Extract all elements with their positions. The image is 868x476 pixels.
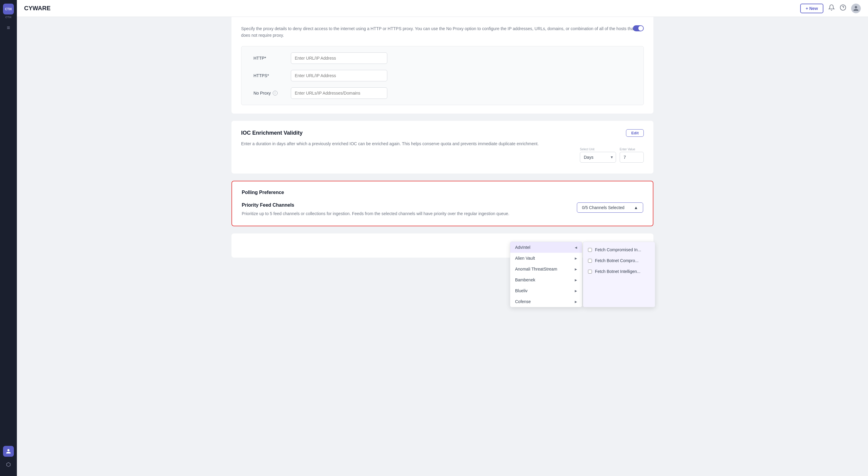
dropdown-item-advintel[interactable]: AdvIntel ◀ — [510, 242, 582, 253]
header-actions: + New — [800, 4, 861, 13]
new-button[interactable]: + New — [800, 4, 824, 13]
dropdown-item-bambenek[interactable]: Bambenek ▶ — [510, 275, 582, 285]
sidebar: CTIX CTIX ≡ — [0, 0, 17, 476]
channels-selected-label: 0/5 Channels Selected — [582, 205, 624, 210]
ioc-section: IOC Enrichment Validity Edit Enter a dur… — [231, 121, 653, 173]
ioc-description: Enter a duration in days after which a p… — [241, 140, 644, 147]
toggle-switch[interactable] — [633, 25, 644, 31]
checkbox-fetch-botnet-intelli[interactable] — [588, 269, 592, 274]
proxy-section: Specify the proxy details to deny direct… — [231, 17, 653, 114]
hamburger-icon[interactable]: ≡ — [7, 25, 10, 31]
advintel-label: AdvIntel — [515, 245, 530, 250]
dropdown-item-cofense[interactable]: Cofense ▶ — [510, 296, 582, 307]
ioc-section-header: IOC Enrichment Validity Edit — [241, 129, 644, 137]
content-area: Specify the proxy details to deny direct… — [17, 17, 868, 476]
no-proxy-input[interactable] — [291, 87, 387, 99]
dropdown-item-alien-vault[interactable]: Alien Vault ▶ — [510, 253, 582, 264]
select-unit-wrapper: Select Unit Days Hours Minutes ▼ — [580, 152, 616, 163]
enter-value-input[interactable] — [620, 152, 644, 163]
priority-text: Priority Feed Channels Prioritize up to … — [242, 202, 569, 217]
app-label: CTIX — [5, 16, 12, 19]
cofense-label: Cofense — [515, 299, 531, 304]
right-arrow-icon-2: ▶ — [575, 267, 577, 271]
sidebar-item-users[interactable] — [3, 446, 14, 457]
left-arrow-icon: ◀ — [575, 246, 577, 249]
https-label: HTTPS* — [253, 73, 284, 78]
chevron-up-icon: ▲ — [634, 205, 638, 210]
enter-value-wrapper: Enter Value — [620, 152, 644, 163]
dropdown-right-item-2[interactable]: Fetch Botnet Compro... — [583, 255, 655, 266]
http-input[interactable] — [291, 53, 387, 64]
edit-button[interactable]: Edit — [626, 129, 644, 137]
no-proxy-label: No Proxy — [253, 91, 271, 95]
priority-section: Priority Feed Channels Prioritize up to … — [242, 202, 643, 217]
channels-selected-button[interactable]: 0/5 Channels Selected ▲ — [577, 202, 643, 213]
sidebar-item-threat[interactable] — [3, 459, 14, 470]
help-icon[interactable] — [840, 4, 846, 12]
dropdown-left-menu: AdvIntel ◀ Alien Vault ▶ Anomali ThreatS… — [510, 242, 582, 307]
right-arrow-icon-4: ▶ — [575, 289, 577, 292]
threat-icon — [6, 462, 11, 467]
right-arrow-icon-3: ▶ — [575, 278, 577, 282]
ioc-section-title: IOC Enrichment Validity — [241, 130, 303, 136]
dropdown-right-item-3[interactable]: Fetch Botnet Intelligen... — [583, 266, 655, 277]
checkbox-fetch-botnet-compro[interactable] — [588, 259, 592, 263]
main-area: CYWARE + New — [17, 0, 868, 476]
dropdown-container: AdvIntel ◀ Alien Vault ▶ Anomali ThreatS… — [510, 242, 655, 307]
enter-value-label: Enter Value — [620, 148, 635, 151]
avatar[interactable] — [851, 4, 861, 13]
select-unit-dropdown[interactable]: Days Hours Minutes — [580, 152, 616, 163]
sidebar-logo: CTIX — [3, 4, 14, 14]
dropdown-right-item-1[interactable]: Fetch Compromised In... — [583, 244, 655, 255]
fetch-botnet-intelli-label: Fetch Botnet Intelligen... — [595, 269, 641, 274]
bell-icon[interactable] — [828, 4, 835, 12]
http-label: HTTP* — [253, 56, 284, 61]
select-unit-label: Select Unit — [580, 148, 594, 151]
fetch-botnet-compro-label: Fetch Botnet Compro... — [595, 258, 639, 263]
checkbox-fetch-compromised[interactable] — [588, 248, 592, 252]
blueliv-label: Blueliv — [515, 288, 527, 293]
anomali-label: Anomali ThreatStream — [515, 266, 557, 272]
no-proxy-info-icon[interactable]: i — [273, 91, 278, 95]
right-arrow-icon: ▶ — [575, 257, 577, 260]
dropdown-item-anomali[interactable]: Anomali ThreatStream ▶ — [510, 264, 582, 275]
right-arrow-icon-5: ▶ — [575, 300, 577, 304]
polling-title: Polling Preference — [242, 190, 643, 195]
alien-vault-label: Alien Vault — [515, 256, 535, 261]
priority-description: Prioritize up to 5 feed channels or coll… — [242, 210, 569, 217]
dropdown-right-menu: Fetch Compromised In... Fetch Botnet Com… — [583, 242, 655, 307]
priority-title: Priority Feed Channels — [242, 202, 569, 208]
unit-value-row: Select Unit Days Hours Minutes ▼ Enter V… — [241, 152, 644, 163]
highlighted-section: Polling Preference Priority Feed Channel… — [231, 181, 653, 226]
no-proxy-form-group: No Proxy i — [253, 87, 631, 99]
dropdown-item-blueliv[interactable]: Blueliv ▶ — [510, 285, 582, 296]
no-proxy-label-group: No Proxy i — [253, 91, 284, 95]
proxy-toggle[interactable] — [633, 25, 644, 31]
header: CYWARE + New — [17, 0, 868, 17]
polling-section: Polling Preference — [242, 190, 643, 195]
users-icon — [6, 449, 11, 454]
header-title: CYWARE — [24, 5, 800, 12]
fetch-compromised-label: Fetch Compromised In... — [595, 247, 641, 252]
proxy-description: Specify the proxy details to deny direct… — [241, 25, 644, 39]
http-form-group: HTTP* — [253, 53, 631, 64]
https-form-group: HTTPS* — [253, 70, 631, 81]
sidebar-logo-text: CTIX — [5, 7, 12, 11]
https-input[interactable] — [291, 70, 387, 81]
bambenek-label: Bambenek — [515, 278, 535, 282]
page-content: Specify the proxy details to deny direct… — [219, 17, 665, 258]
